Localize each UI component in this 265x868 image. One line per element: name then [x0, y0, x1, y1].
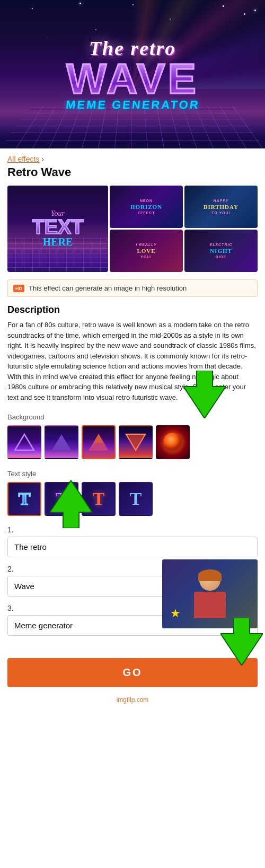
- description-title: Description: [7, 304, 258, 315]
- background-section: Background: [7, 413, 258, 459]
- preview-thumb-1: Neon HORIZON EFFECT: [110, 186, 183, 228]
- preview-thumb-4: Electric NIGHT RIDE: [184, 230, 258, 272]
- footer-link[interactable]: imgflip.com: [117, 696, 149, 704]
- text-style-1[interactable]: T: [7, 482, 41, 516]
- text-style-3-letter: T: [93, 489, 105, 509]
- svg-marker-1: [15, 434, 34, 450]
- star: [170, 19, 171, 20]
- preview-main-text: Your TEXT HERE: [32, 209, 83, 248]
- svg-point-8: [163, 433, 182, 452]
- triangle-solid-icon: [51, 433, 72, 452]
- breadcrumb-link[interactable]: All effects: [7, 155, 39, 163]
- input-group-2: 2. ★: [7, 565, 258, 597]
- input-group-1: 1.: [7, 525, 258, 557]
- star: [254, 10, 256, 11]
- bg-option-3[interactable]: [82, 425, 116, 459]
- description-body: For a fan of 80s culture, retro wave is …: [7, 320, 258, 402]
- bg-option-4[interactable]: [119, 425, 153, 459]
- star: [132, 4, 134, 5]
- text-style-1-letter: T: [19, 489, 31, 509]
- main-content: All effects › Retro Wave Your TEXT HERE …: [0, 148, 265, 714]
- hero-grid: [0, 106, 265, 148]
- star: [80, 3, 81, 4]
- page-title: Retro Wave: [7, 165, 258, 179]
- thumb-label-4: Electric NIGHT RIDE: [209, 241, 234, 260]
- preview-main: Your TEXT HERE: [7, 186, 108, 272]
- planet-icon: [161, 431, 184, 454]
- preview-text: TEXT: [32, 218, 83, 236]
- go-button[interactable]: GO: [7, 658, 258, 687]
- thumb-label-2: Happy BIRTHDAY TO YOU!: [202, 197, 240, 216]
- hd-badge: HD: [13, 285, 24, 292]
- star: [32, 8, 33, 9]
- breadcrumb: All effects ›: [7, 155, 258, 163]
- star: [48, 37, 48, 38]
- hero-meme-gen-text: MEME GENERATOR: [65, 98, 200, 112]
- star: [244, 13, 245, 15]
- floating-person-image: ★: [162, 559, 258, 628]
- inverted-triangle-icon: [125, 433, 146, 452]
- background-options: [7, 425, 258, 459]
- background-label: Background: [7, 413, 258, 421]
- mountain-icon: [87, 432, 110, 452]
- hero-wave-text: WAVE: [66, 60, 200, 98]
- triangle-outline-icon: [14, 433, 35, 452]
- thumb-label-3: I Really LOVE YOU!: [135, 241, 157, 260]
- thumb-label-1: Neon HORIZON EFFECT: [129, 197, 163, 216]
- preview-thumb-3: I Really LOVE YOU!: [110, 230, 183, 272]
- text-style-4[interactable]: T: [119, 482, 153, 516]
- text-style-3[interactable]: T: [82, 482, 116, 516]
- text-style-2-letter: T: [56, 489, 68, 509]
- text-input-1[interactable]: [7, 537, 258, 557]
- text-style-2[interactable]: T: [45, 482, 78, 516]
- footer: imgflip.com: [7, 691, 258, 707]
- text-style-section: Text style T T T T: [7, 470, 258, 516]
- bg-option-2[interactable]: [45, 425, 78, 459]
- hd-notice: HD This effect can generate an image in …: [7, 279, 258, 297]
- text-style-options: T T T T: [7, 482, 258, 516]
- input-number-1: 1.: [7, 525, 258, 534]
- star: [95, 29, 96, 30]
- bg-option-5[interactable]: [156, 425, 190, 459]
- svg-marker-4: [94, 434, 103, 443]
- breadcrumb-separator: ›: [41, 155, 44, 163]
- svg-marker-2: [52, 434, 71, 450]
- preview-grid: Your TEXT HERE Neon HORIZON EFFECT Happy…: [7, 186, 258, 272]
- hero-banner: The retro WAVE MEME GENERATOR: [0, 0, 265, 148]
- hd-text: This effect can generate an image in hig…: [29, 284, 187, 292]
- star: [223, 5, 224, 7]
- bg-option-1[interactable]: [7, 425, 41, 459]
- hero-text: The retro WAVE MEME GENERATOR: [66, 37, 200, 112]
- text-style-label: Text style: [7, 470, 258, 478]
- preview-thumb-2: Happy BIRTHDAY TO YOU!: [184, 186, 258, 228]
- text-style-4-letter: T: [130, 489, 142, 509]
